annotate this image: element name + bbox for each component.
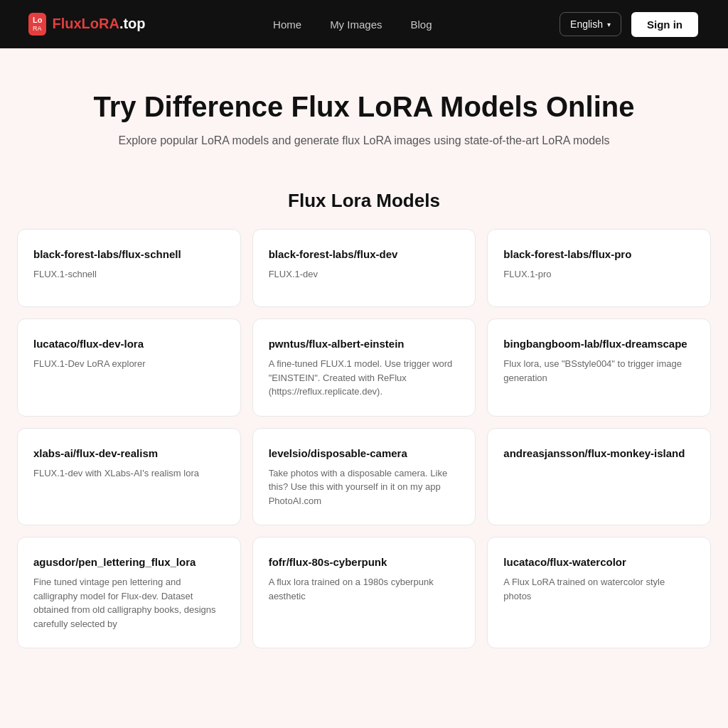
logo-badge-sub: RA — [33, 25, 42, 33]
model-name: pwntus/flux-albert-einstein — [269, 336, 460, 351]
model-desc: A flux lora trained on a 1980s cyberpunk… — [269, 575, 460, 603]
model-desc: Flux lora, use "BSstyle004" to trigger i… — [503, 357, 695, 385]
model-desc: FLUX.1-Dev LoRA explorer — [33, 357, 225, 371]
model-card[interactable]: black-forest-labs/flux-devFLUX.1-dev — [252, 229, 476, 307]
model-name: fofr/flux-80s-cyberpunk — [269, 555, 460, 569]
model-desc: FLUX.1-pro — [503, 267, 695, 282]
model-name: agusdor/pen_lettering_flux_lora — [33, 555, 225, 569]
logo-text: FluxLoRA.top — [52, 16, 145, 32]
model-name: lucataco/flux-watercolor — [503, 555, 695, 569]
model-desc: A Flux LoRA trained on watercolor style … — [503, 575, 695, 603]
model-desc: Take photos with a disposable camera. Li… — [269, 466, 460, 508]
logo-brand: FluxLoRA — [52, 16, 119, 31]
model-card[interactable]: fofr/flux-80s-cyberpunkA flux lora train… — [252, 537, 476, 648]
language-selector[interactable]: English ▾ — [560, 12, 621, 36]
model-card[interactable]: black-forest-labs/flux-proFLUX.1-pro — [487, 229, 711, 307]
model-card[interactable]: bingbangboom-lab/flux-dreamscapeFlux lor… — [487, 318, 711, 417]
nav-blog[interactable]: Blog — [410, 18, 432, 31]
language-label: English — [570, 18, 603, 30]
model-name: black-forest-labs/flux-pro — [503, 247, 695, 262]
model-desc: A fine-tuned FLUX.1 model. Use trigger w… — [269, 357, 460, 399]
model-name: bingbangboom-lab/flux-dreamscape — [503, 336, 695, 351]
model-card[interactable]: xlabs-ai/flux-dev-realismFLUX.1-dev with… — [17, 428, 241, 526]
model-card[interactable]: andreasjansson/flux-monkey-island — [487, 428, 711, 526]
hero-subtitle: Explore popular LoRA models and generate… — [28, 134, 700, 147]
models-grid: black-forest-labs/flux-schnellFLUX.1-sch… — [17, 229, 711, 648]
model-desc: FLUX.1-dev with XLabs-AI's realism lora — [33, 466, 225, 481]
logo-area: LoRA FluxLoRA.top — [28, 13, 146, 36]
model-name: black-forest-labs/flux-dev — [269, 247, 460, 262]
hero-title: Try Difference Flux LoRA Models Online — [28, 91, 700, 123]
model-name: black-forest-labs/flux-schnell — [33, 247, 225, 262]
nav-links: Home My Images Blog — [273, 18, 432, 31]
model-name: lucataco/flux-dev-lora — [33, 336, 225, 351]
logo-suffix: .top — [119, 16, 146, 31]
model-name: xlabs-ai/flux-dev-realism — [33, 446, 225, 461]
chevron-down-icon: ▾ — [607, 21, 611, 28]
models-section-title: Flux Lora Models — [17, 190, 711, 212]
model-card[interactable]: lucataco/flux-dev-loraFLUX.1-Dev LoRA ex… — [17, 318, 241, 417]
model-card[interactable]: agusdor/pen_lettering_flux_loraFine tune… — [17, 537, 241, 648]
nav-home[interactable]: Home — [273, 18, 301, 31]
model-card[interactable]: lucataco/flux-watercolorA Flux LoRA trai… — [487, 537, 711, 648]
nav-right: English ▾ Sign in — [560, 11, 700, 38]
model-desc: FLUX.1-schnell — [33, 267, 225, 282]
model-card[interactable]: black-forest-labs/flux-schnellFLUX.1-sch… — [17, 229, 241, 307]
logo-badge: LoRA — [28, 13, 46, 36]
model-desc: FLUX.1-dev — [269, 267, 460, 282]
model-card[interactable]: pwntus/flux-albert-einsteinA fine-tuned … — [252, 318, 476, 417]
hero-section: Try Difference Flux LoRA Models Online E… — [0, 48, 728, 176]
model-card[interactable]: levelsio/disposable-cameraTake photos wi… — [252, 428, 476, 526]
model-name: levelsio/disposable-camera — [269, 446, 460, 461]
model-desc: Fine tuned vintage pen lettering and cal… — [33, 575, 225, 631]
sign-in-button[interactable]: Sign in — [630, 11, 700, 38]
navbar: LoRA FluxLoRA.top Home My Images Blog En… — [0, 0, 728, 48]
nav-my-images[interactable]: My Images — [330, 18, 382, 31]
model-name: andreasjansson/flux-monkey-island — [503, 446, 695, 461]
models-section: Flux Lora Models black-forest-labs/flux-… — [0, 176, 728, 677]
